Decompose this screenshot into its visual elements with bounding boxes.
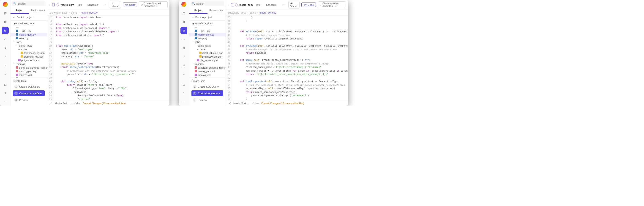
- catalog-icon[interactable]: ▤: [180, 81, 187, 88]
- more-icon[interactable]: ⋯: [280, 3, 286, 7]
- tree-item[interactable]: − demo_tests: [10, 44, 47, 48]
- back-to-project[interactable]: ← Back to project: [189, 14, 226, 21]
- tab-project[interactable]: Project: [10, 7, 29, 14]
- home-icon[interactable]: ◫: [180, 10, 187, 17]
- tree-item[interactable]: databricks-job.json: [189, 51, 226, 55]
- info-button[interactable]: Info: [254, 3, 262, 7]
- search-icon: 🔍: [13, 2, 16, 5]
- package-icon[interactable]: ⊞: [180, 27, 187, 34]
- tree-item[interactable]: macro_gem.sql: [10, 70, 47, 73]
- file-tree: ◆ snowflake_docs — __init__.py macro_gem…: [10, 21, 47, 78]
- code-button[interactable]: </> Code: [123, 3, 137, 7]
- gem-step[interactable]: 3Preview: [13, 97, 45, 103]
- branches-icon[interactable]: ⎇: [2, 62, 9, 69]
- tree-item[interactable]: pbt_aspects.yml: [10, 59, 47, 62]
- tree-item[interactable]: generate_schema_name.sql: [10, 66, 47, 70]
- package-icon[interactable]: ⊞: [2, 27, 9, 34]
- gem-step[interactable]: 1Create SQL Query: [13, 84, 45, 90]
- tab-environment[interactable]: Environment: [208, 7, 226, 14]
- branch-dev[interactable]: ⎇ dev: [252, 102, 259, 105]
- topbar: « macro_gem Info Schedule ⋯ 👁 Visual </>…: [47, 0, 170, 10]
- tree-item[interactable]: setup.py: [189, 37, 226, 40]
- tree-item[interactable]: − macros: [10, 62, 47, 66]
- tree-item[interactable]: __init__.py: [10, 29, 47, 33]
- code-editor[interactable]: 3536373839404142434445464748495051525354…: [226, 16, 348, 101]
- cluster-chip[interactable]: ✓ Cluster Attached (snowflake_...: [139, 1, 168, 8]
- tree-root[interactable]: ◆ snowflake_docs: [189, 22, 226, 26]
- branch-main[interactable]: Master Fork: [233, 102, 246, 105]
- search-input[interactable]: 🔍: [12, 1, 46, 6]
- activity-icon[interactable]: ⟋: [2, 53, 9, 60]
- tree-item[interactable]: macro_gem.sql: [189, 70, 226, 73]
- gem-step[interactable]: 2Customize Interface: [13, 90, 45, 96]
- tree-item[interactable]: __init__.py: [189, 29, 226, 33]
- menu-icon[interactable]: ⋯: [180, 99, 187, 106]
- tree-item[interactable]: pbt_aspects.yml: [189, 59, 226, 62]
- tree-item[interactable]: − jobs: [10, 40, 47, 44]
- tree-item[interactable]: —: [189, 26, 226, 29]
- hex-icon: [231, 3, 233, 7]
- tree-item[interactable]: macros.yml: [10, 73, 47, 77]
- tree-item[interactable]: generate_schema_name.sql: [189, 66, 226, 70]
- hex-icon: [52, 3, 55, 7]
- tree-item[interactable]: databricks-job.json: [10, 51, 47, 55]
- tree-item[interactable]: macro_gem.py: [10, 33, 47, 37]
- activity-icon[interactable]: ⟋: [180, 53, 187, 60]
- gem-step[interactable]: 2Customize Interface: [192, 90, 223, 96]
- branch-main[interactable]: Master Fork: [55, 102, 68, 105]
- schedule-button[interactable]: Schedule: [86, 3, 100, 7]
- download-icon[interactable]: ↧: [2, 71, 9, 78]
- component-icon[interactable]: ▦: [2, 18, 9, 25]
- history-icon[interactable]: ⟲: [180, 45, 187, 51]
- component-icon[interactable]: ▦: [180, 18, 187, 25]
- tree-item[interactable]: − jobs: [189, 40, 226, 44]
- back-to-project[interactable]: ← Back to project: [10, 14, 47, 21]
- more-icon[interactable]: ⋯: [102, 3, 108, 7]
- help-icon[interactable]: ?: [2, 90, 9, 97]
- tree-item[interactable]: —: [10, 26, 47, 29]
- diamond-icon[interactable]: ◇: [180, 36, 187, 43]
- tree-item[interactable]: − code: [10, 48, 47, 51]
- tree-item[interactable]: macro_gem.py: [189, 33, 226, 37]
- arrow-left-icon: ←: [192, 16, 194, 19]
- schedule-button[interactable]: Schedule: [264, 3, 278, 7]
- visual-button[interactable]: 👁 Visual: [288, 1, 300, 9]
- home-icon[interactable]: ◫: [2, 10, 9, 17]
- statusbar: ⎇ Master Fork : ⎇ dev Commit Changes (18…: [47, 101, 170, 106]
- visual-button[interactable]: 👁 Visual: [110, 1, 121, 9]
- tree-root[interactable]: ◆ snowflake_docs: [10, 22, 47, 26]
- sidebar: 🔍 Project Environment ← Back to project …: [189, 0, 226, 106]
- tab-environment[interactable]: Environment: [29, 7, 47, 14]
- tree-item[interactable]: − code: [189, 48, 226, 51]
- code-button[interactable]: </> Code: [302, 3, 316, 7]
- tab-project[interactable]: Project: [189, 7, 208, 14]
- diamond-icon[interactable]: ◇: [2, 36, 9, 43]
- catalog-icon[interactable]: ▤: [2, 81, 9, 88]
- cluster-chip[interactable]: ✓ Cluster Attached (snowflake_...: [318, 1, 346, 8]
- commit-button[interactable]: Commit Changes (18 uncommitted files): [83, 102, 126, 105]
- code-editor[interactable]: 2345678910111213141516171819202122232425…: [47, 16, 170, 101]
- download-icon[interactable]: ↧: [180, 71, 187, 78]
- tree-item[interactable]: prophecy-job.json: [189, 55, 226, 59]
- circle-icon: [235, 3, 238, 7]
- collapse-icon[interactable]: «: [228, 4, 229, 6]
- branch-dev[interactable]: ⎇ dev: [73, 102, 80, 105]
- gem-step[interactable]: 3Preview: [192, 97, 223, 103]
- tree-item[interactable]: − demo_tests: [189, 44, 226, 48]
- history-icon[interactable]: ⟲: [2, 45, 9, 51]
- create-gem-title: Create Gem: [192, 80, 223, 82]
- menu-icon[interactable]: ⋯: [2, 99, 9, 106]
- tree-item[interactable]: setup.py: [10, 37, 47, 40]
- collapse-icon[interactable]: «: [49, 4, 50, 6]
- commit-button[interactable]: Commit Changes (18 uncommitted files): [261, 102, 304, 105]
- tree-item[interactable]: prophecy-job.json: [10, 55, 47, 59]
- search-input[interactable]: 🔍: [190, 1, 224, 6]
- logo-icon: [3, 2, 8, 7]
- tree-item[interactable]: macros.yml: [189, 73, 226, 77]
- branches-icon[interactable]: ⎇: [180, 62, 187, 69]
- gem-step[interactable]: 1Create SQL Query: [192, 84, 223, 90]
- info-button[interactable]: Info: [76, 3, 84, 7]
- arrow-left-icon: ←: [13, 16, 15, 19]
- tree-item[interactable]: − macros: [189, 62, 226, 66]
- help-icon[interactable]: ?: [180, 90, 187, 97]
